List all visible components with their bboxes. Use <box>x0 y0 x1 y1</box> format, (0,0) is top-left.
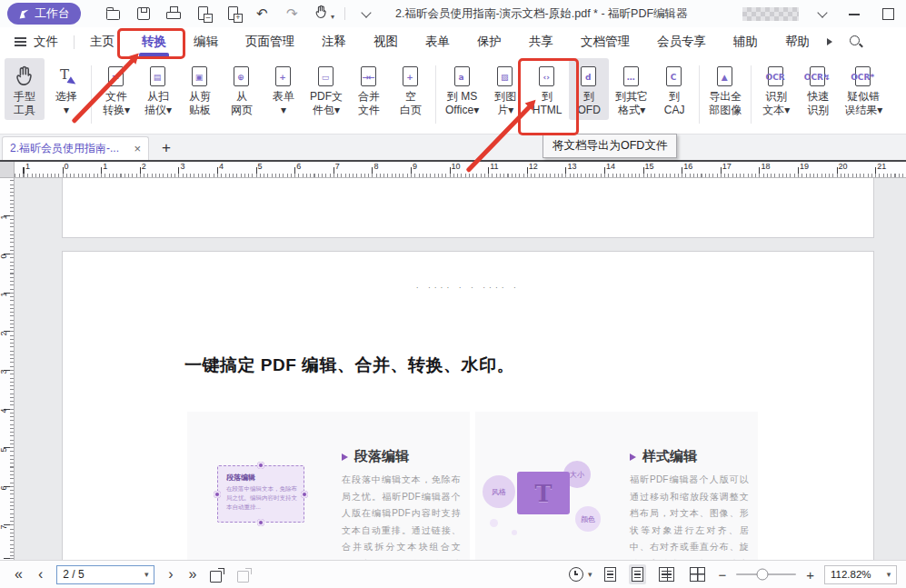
h-ruler-label: 14 <box>606 162 615 171</box>
selection-handle <box>214 491 221 498</box>
ribbon-to-image-button[interactable]: 到图 片▾ <box>485 58 525 120</box>
h-ruler-label: 21 <box>877 162 886 171</box>
ribbon-pdf-package-button[interactable]: PDF文 件包▾ <box>305 58 347 120</box>
menu-tab-convert[interactable]: 转换 <box>128 27 180 56</box>
menu-tab-document-management[interactable]: 文档管理 <box>567 27 643 56</box>
zoom-slider[interactable] <box>736 573 796 575</box>
last-page-button[interactable]: » <box>187 567 199 582</box>
v-ruler-label: 0 <box>0 254 8 258</box>
zoom-slider-thumb[interactable] <box>757 569 769 581</box>
close-tab-icon[interactable]: × <box>134 142 141 155</box>
ribbon-form-button[interactable]: 表单 ▾ <box>264 58 304 120</box>
menu-tab-file[interactable]: 文件 <box>0 27 72 56</box>
menu-bar: 文件 主页 转换 编辑 页面管理 注释 视图 表单 保护 共享 文档管理 会员专… <box>0 27 906 56</box>
menu-tab-edit[interactable]: 编辑 <box>180 27 232 56</box>
selection-handle <box>257 462 264 469</box>
menu-tab-member-exclusive[interactable]: 会员专享 <box>643 27 720 56</box>
chevron-down-icon[interactable]: ▾ <box>139 570 154 579</box>
ribbon-merge-files-button[interactable]: 合并 文件 <box>349 58 389 120</box>
print-icon[interactable] <box>164 5 183 23</box>
open-file-icon[interactable] <box>105 5 123 23</box>
title-bar: 工作台 2.福昕会员使用指南-演示文档-原始.pdf * - 福昕PDF编辑器 <box>0 0 906 27</box>
rotate-view-icon[interactable] <box>569 567 583 582</box>
view-continuous-button[interactable] <box>629 564 646 584</box>
document-tab-active[interactable]: 2.福昕会员使用指南-... × <box>2 136 149 160</box>
zoom-level-combobox[interactable]: 112.82% ▾ <box>824 565 897 584</box>
ribbon-divider <box>435 65 436 124</box>
v-ruler-label: 1 <box>0 293 8 297</box>
menu-tab-home[interactable]: 主页 <box>76 27 128 56</box>
ribbon-to-other-format-button[interactable]: 到其它 格式▾ <box>611 58 652 120</box>
document-canvas[interactable]: · ···· · · ···· · 一键搞定 PDF 编辑、合并、转换、水印。 … <box>15 178 906 560</box>
ribbon-from-scanner-button[interactable]: 从扫 描仪▾ <box>138 58 178 120</box>
search-icon[interactable] <box>847 33 865 51</box>
v-ruler: 1012345678 <box>0 178 15 560</box>
web-page-icon <box>232 65 252 88</box>
pdf-page-previous <box>62 178 874 238</box>
undo-icon[interactable] <box>254 5 273 23</box>
menu-tab-accessibility[interactable]: 辅助 <box>720 27 772 56</box>
menu-tab-share[interactable]: 共享 <box>515 27 567 56</box>
menu-tab-page-management[interactable]: 页面管理 <box>232 27 308 56</box>
menu-tab-help[interactable]: 帮助 <box>772 27 823 56</box>
ribbon-to-ms-office-button[interactable]: 到 MS Office▾ <box>441 58 483 120</box>
ribbon-file-convert-button[interactable]: 文件 转换▾ <box>96 58 136 120</box>
ribbon-ocr-recognize-text-button[interactable]: 识别 文本▾ <box>756 58 796 120</box>
document-title: 2.福昕会员使用指南-演示文档-原始.pdf * - 福昕PDF编辑器 <box>395 6 688 22</box>
extract-page-icon[interactable] <box>194 5 213 23</box>
v-ruler-label: 7 <box>0 524 8 529</box>
account-chevron-icon[interactable] <box>813 5 831 23</box>
new-tab-button[interactable]: + <box>162 137 171 159</box>
bullet-triangle-icon <box>630 453 636 461</box>
h-ruler-label: 12 <box>529 162 538 171</box>
hamburger-icon <box>15 41 26 43</box>
ribbon-from-web-button[interactable]: 从 网页 <box>222 58 262 120</box>
ribbon-to-caj-button[interactable]: 到 CAJ <box>654 58 694 120</box>
maximize-button[interactable] <box>879 5 897 23</box>
titlebar-divider <box>344 7 345 20</box>
previous-page-button[interactable]: ‹ <box>36 567 45 582</box>
redo-icon[interactable] <box>284 5 303 23</box>
menu-tab-protect[interactable]: 保护 <box>463 27 515 56</box>
collapse-toolbar-chevron-icon[interactable] <box>357 5 375 23</box>
chevron-down-icon[interactable]: ▾ <box>588 570 592 579</box>
h-ruler-label: 10 <box>452 162 461 171</box>
ribbon-export-all-images-button[interactable]: 导出全 部图像 <box>704 58 746 120</box>
save-icon[interactable] <box>134 5 153 23</box>
v-ruler-label: 5 <box>0 447 8 452</box>
hand-tool-quick-icon[interactable] <box>314 5 333 23</box>
view-facing-continuous-button[interactable] <box>687 564 708 584</box>
menu-tab-view[interactable]: 视图 <box>360 27 412 56</box>
ribbon-to-ofd-button[interactable]: 到 OFD <box>569 58 609 120</box>
page-number-combobox[interactable]: 2 / 5 ▾ <box>56 565 154 584</box>
view-facing-button[interactable] <box>656 564 677 584</box>
account-name-blurred[interactable] <box>742 7 799 21</box>
ribbon-from-clipboard-button[interactable]: 从剪 贴板 <box>180 58 220 120</box>
ribbon-select-button[interactable]: 选择 ▾ <box>46 58 86 120</box>
letter-t-square: T <box>517 472 570 514</box>
paragraph-edit-thumbnail: 段落编辑 在段落中编辑文本，免除布局之忧。编辑内容时支持文本自动重排... <box>217 465 304 523</box>
menu-overflow-icon[interactable] <box>827 38 832 45</box>
next-page-button[interactable]: › <box>166 567 174 582</box>
ribbon-ocr-suspect-errors-button[interactable]: 疑似错 误结果▾ <box>840 58 887 120</box>
ribbon-to-html-button[interactable]: 到 HTML <box>527 58 567 120</box>
h-ruler-label: 8 <box>373 162 378 171</box>
zoom-out-button[interactable]: − <box>718 567 726 583</box>
first-page-button[interactable]: « <box>13 567 25 582</box>
minimize-button[interactable] <box>846 5 864 23</box>
ribbon-blank-page-button[interactable]: 空 白页 <box>391 58 431 120</box>
ribbon-ocr-quick-button[interactable]: 快速 识别 <box>798 58 838 120</box>
chevron-down-icon[interactable]: ▾ <box>881 570 896 579</box>
select-text-icon <box>56 65 76 88</box>
ribbon-hand-tool-button[interactable]: 手型 工具 <box>5 58 45 120</box>
zoom-in-button[interactable]: + <box>806 567 814 583</box>
h-ruler-label: 0 <box>65 162 69 171</box>
menu-tab-comment[interactable]: 注释 <box>308 27 360 56</box>
view-single-page-button[interactable] <box>602 564 619 584</box>
menu-tab-form[interactable]: 表单 <box>412 27 463 56</box>
paragraph-edit-card: 段落编辑 在段落中编辑文本，免除布局之忧。编辑内容时支持文本自动重排... 段落… <box>187 412 470 560</box>
card-body: 在段落中编辑文本，免除布局之忧。福昕PDF编辑器个人版在编辑PDF内容时支持文本… <box>342 472 461 560</box>
insert-page-icon[interactable] <box>224 5 243 23</box>
snapshot-icon[interactable] <box>210 567 225 583</box>
workspace-button[interactable]: 工作台 <box>7 3 81 25</box>
